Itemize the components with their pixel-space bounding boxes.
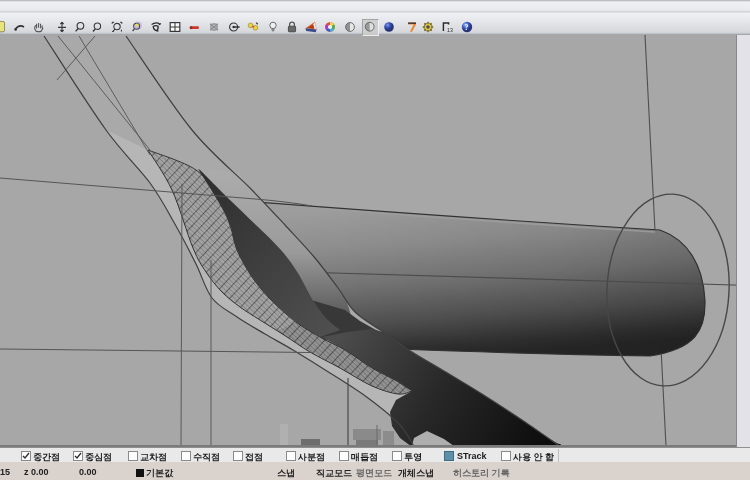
svg-text:?: ? (465, 23, 469, 32)
svg-text:13: 13 (447, 27, 453, 33)
